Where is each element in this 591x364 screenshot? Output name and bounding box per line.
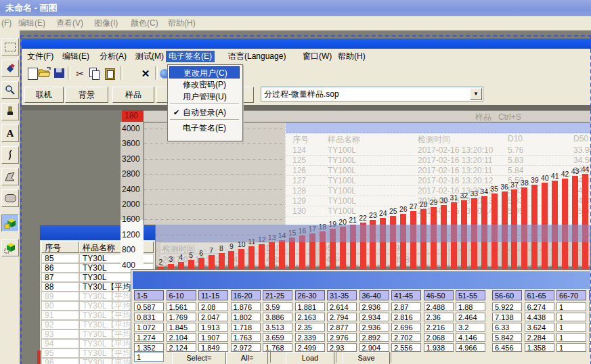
delete-icon[interactable]: ✕ — [139, 67, 152, 81]
grid-cell[interactable]: 5.922 — [492, 302, 522, 311]
sop-combobox[interactable]: 分过程-微量样品.sop ▼ — [261, 87, 483, 101]
magnifier-tool-icon[interactable] — [1, 81, 19, 99]
app-menu-2[interactable]: 分析(A) — [97, 51, 129, 62]
grid-cell[interactable]: 2.972 — [231, 343, 261, 352]
cube-tool-1-icon[interactable] — [1, 214, 19, 232]
grid-cell[interactable]: 2.047 — [198, 313, 228, 321]
grid-cell[interactable]: 1.358 — [525, 343, 554, 352]
distribution-grid-titlebar[interactable] — [133, 271, 590, 289]
paint-menu-0[interactable]: (F) — [1, 18, 12, 29]
polygon-tool-icon[interactable] — [1, 168, 19, 185]
grid-cell[interactable]: 1.849 — [198, 343, 228, 352]
save-icon[interactable] — [53, 67, 66, 81]
grid-cell[interactable]: 3.2 — [456, 323, 485, 332]
grid-cell[interactable]: 2.104 — [167, 333, 196, 342]
left-row-id[interactable]: 88 — [41, 282, 79, 292]
app-menu-3[interactable]: 测试(M) — [133, 51, 167, 62]
rounded-rect-tool-icon[interactable] — [1, 189, 19, 207]
grid-cell[interactable]: 2.488 — [424, 302, 454, 311]
copy-icon[interactable] — [88, 67, 102, 81]
grid-cell[interactable]: 1 — [556, 333, 586, 342]
grid-cell[interactable]: 2.934 — [359, 313, 389, 321]
grid-cell[interactable]: 4.146 — [456, 333, 485, 342]
left-row-id[interactable]: 85 — [41, 254, 79, 263]
menu-item-1[interactable]: 修改密码(P) — [169, 78, 240, 91]
grid-cell[interactable]: 2.499 — [295, 343, 325, 352]
left-row-id[interactable]: 86 — [41, 263, 79, 273]
grid-cell[interactable]: 2.614 — [327, 302, 357, 311]
grid-cell[interactable]: 2.936 — [359, 323, 389, 332]
grid-cell[interactable]: 2.816 — [391, 313, 421, 321]
grid-cell[interactable]: 2.36 — [424, 313, 454, 321]
app-menu-7[interactable]: 帮助(H) — [335, 51, 368, 62]
grid-cell[interactable]: 0.587 — [134, 302, 164, 311]
grid-cell[interactable]: 1 — [556, 323, 586, 332]
grid-cell[interactable]: 2.904 — [359, 343, 389, 352]
grid-cell[interactable]: 1 — [556, 302, 586, 311]
app-button-背景[interactable]: 背景 — [65, 87, 108, 103]
cube-tool-2-icon[interactable] — [1, 239, 19, 256]
app-button-样品[interactable]: 样品 — [112, 87, 154, 103]
grid-cell[interactable]: 2.35 — [295, 323, 325, 332]
menu-item-0[interactable]: 更改用户(C) — [169, 66, 240, 78]
grid-cell[interactable]: 2.936 — [359, 302, 389, 311]
grid-cell[interactable]: 1.876 — [231, 302, 261, 311]
app-button-联机[interactable]: 联机 — [24, 87, 64, 103]
grid-cell[interactable]: 6.274 — [525, 302, 554, 311]
chevron-down-icon[interactable]: ▼ — [470, 88, 482, 100]
grid-cell[interactable]: 3.513 — [263, 323, 292, 332]
row-count-input[interactable]: 1 — [134, 352, 164, 362]
paste-icon[interactable] — [103, 67, 116, 81]
curve-tool-icon[interactable] — [1, 146, 19, 164]
grid-cell[interactable]: 1.938 — [424, 343, 454, 352]
left-row-id[interactable]: 87 — [41, 273, 79, 282]
grid-cell[interactable]: 2.87 — [391, 302, 421, 311]
grid-cell[interactable]: 3.886 — [263, 313, 292, 321]
grid-cell[interactable]: 2.93 — [327, 343, 357, 352]
left-row-id[interactable]: 89 — [41, 292, 79, 301]
grid-cell[interactable]: 3.659 — [263, 333, 292, 342]
app-menu-4[interactable]: 电子签名(E) — [166, 51, 215, 62]
paint-menu-1[interactable]: 编辑(E) — [18, 18, 45, 29]
grid-cell[interactable]: 6.33 — [492, 323, 522, 332]
load-button[interactable]: Load — [286, 352, 334, 364]
paint-menu-5[interactable]: 帮助(H) — [168, 18, 196, 29]
grid-cell[interactable]: 1.88 — [456, 302, 485, 311]
select-tool-icon[interactable] — [1, 38, 19, 55]
left-row-id[interactable]: 90 — [41, 301, 79, 311]
grid-cell[interactable]: 2.794 — [327, 313, 357, 321]
cut-icon[interactable]: ✂ — [73, 67, 87, 81]
grid-cell[interactable]: 1.763 — [231, 333, 261, 342]
grid-cell[interactable]: 4.966 — [456, 343, 485, 352]
left-row-id[interactable]: 96 — [41, 358, 79, 364]
grid-cell[interactable]: 1.881 — [295, 302, 325, 311]
grid-cell[interactable]: 2.976 — [327, 333, 357, 342]
grid-cell[interactable]: 1.352 — [134, 343, 164, 352]
grid-cell[interactable]: 0.831 — [134, 313, 164, 321]
grid-cell[interactable]: 3.624 — [525, 323, 554, 332]
grid-cell[interactable]: 1.845 — [167, 323, 196, 332]
app-menu-1[interactable]: 编辑(E) — [60, 51, 92, 62]
grid-cell[interactable]: 2.08 — [198, 302, 228, 311]
grid-cell[interactable]: 5.842 — [492, 333, 522, 342]
grid-cell[interactable]: 7.138 — [492, 313, 522, 321]
grid-cell[interactable]: 1.768 — [263, 343, 292, 352]
grid-cell[interactable]: 3.59 — [263, 302, 292, 311]
grid-cell[interactable]: 1.802 — [231, 313, 261, 321]
grid-cell[interactable]: 6.456 — [492, 343, 522, 352]
left-row-id[interactable]: 92 — [41, 320, 79, 329]
grid-cell[interactable]: 1.072 — [134, 323, 164, 332]
left-row-id[interactable]: 95 — [41, 348, 79, 358]
grid-cell[interactable]: 2.163 — [295, 313, 325, 321]
grid-cell[interactable]: 2.068 — [424, 333, 454, 342]
grid-cell[interactable]: 2.892 — [359, 333, 389, 342]
grid-cell[interactable]: 2.702 — [391, 333, 421, 342]
grid-cell[interactable]: 2.216 — [424, 323, 454, 332]
grid-cell[interactable]: 1 — [556, 313, 586, 321]
grid-cell[interactable]: 1.718 — [231, 323, 261, 332]
app-menu-6[interactable]: 窗口(W) — [300, 51, 334, 62]
left-row-id[interactable]: 94 — [41, 339, 79, 348]
grid-cell[interactable]: 2.696 — [391, 323, 421, 332]
all-button[interactable]: All= — [226, 352, 268, 364]
grid-cell[interactable]: 2.877 — [327, 323, 357, 332]
